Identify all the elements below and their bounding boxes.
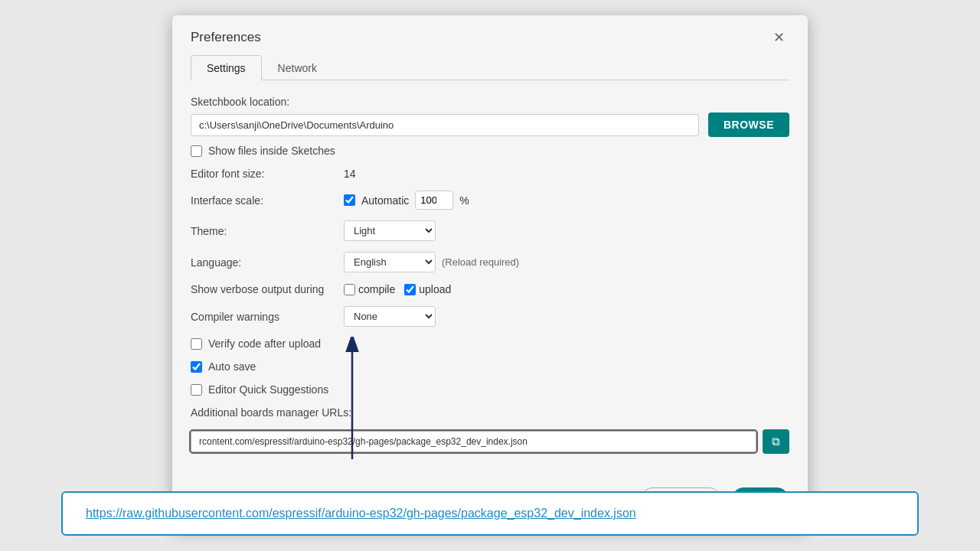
reload-note: (Reload required) xyxy=(442,256,519,268)
verbose-compile-label: compile xyxy=(358,283,395,295)
language-row: Language: English Deutsch Français (Relo… xyxy=(191,252,789,272)
show-files-row: Show files inside Sketches xyxy=(191,145,789,157)
editor-font-label: Editor font size: xyxy=(191,168,344,180)
theme-label: Theme: xyxy=(191,225,344,237)
dialog-header: Preferences ✕ xyxy=(172,15,808,46)
scale-value-input[interactable] xyxy=(415,191,453,210)
verbose-upload-item: upload xyxy=(404,283,451,295)
editor-font-value: 14 xyxy=(344,168,356,180)
verify-checkbox[interactable] xyxy=(191,338,202,350)
theme-select[interactable]: Light Dark xyxy=(344,220,436,241)
dialog-content: Sketchbook location: BROWSE Show files i… xyxy=(172,80,808,480)
show-files-label: Show files inside Sketches xyxy=(208,145,335,157)
compiler-warnings-select[interactable]: None Default More All xyxy=(344,306,436,327)
verbose-label: Show verbose output during xyxy=(191,283,344,295)
dialog-title: Preferences xyxy=(191,30,261,45)
compiler-warnings-row: Compiler warnings None Default More All xyxy=(191,306,789,327)
editor-quick-label: Editor Quick Suggestions xyxy=(208,383,328,396)
editor-quick-checkbox[interactable] xyxy=(191,384,202,396)
editor-quick-row: Editor Quick Suggestions xyxy=(191,383,789,396)
copy-icon: ⧉ xyxy=(772,435,780,448)
preferences-dialog: Preferences ✕ Settings Network Sketchboo… xyxy=(172,15,808,529)
urls-label: Additional boards manager URLs: xyxy=(191,406,351,419)
verbose-compile-item: compile xyxy=(344,283,395,295)
urls-input-row: ⧉ xyxy=(191,429,789,454)
language-label: Language: xyxy=(191,256,344,269)
scale-unit: % xyxy=(459,194,469,207)
verbose-compile-checkbox[interactable] xyxy=(344,284,355,295)
show-files-checkbox[interactable] xyxy=(191,145,202,157)
automatic-checkbox[interactable] xyxy=(344,194,355,206)
verify-label: Verify code after upload xyxy=(208,337,321,350)
sketchbook-path-row: BROWSE xyxy=(191,112,789,137)
browse-button[interactable]: BROWSE xyxy=(708,112,789,137)
language-select[interactable]: English Deutsch Français xyxy=(344,252,436,272)
interface-scale-row: Interface scale: Automatic % xyxy=(191,191,789,210)
sketchbook-label: Sketchbook location: xyxy=(191,96,789,108)
theme-row: Theme: Light Dark xyxy=(191,220,789,241)
auto-save-row: Auto save xyxy=(191,360,789,373)
verbose-upload-checkbox[interactable] xyxy=(404,284,416,295)
auto-save-label: Auto save xyxy=(208,360,256,373)
verify-row: Verify code after upload xyxy=(191,337,789,350)
urls-label-row: Additional boards manager URLs: xyxy=(191,406,789,419)
verbose-upload-label: upload xyxy=(419,283,451,295)
automatic-label: Automatic xyxy=(361,194,409,207)
editor-font-row: Editor font size: 14 xyxy=(191,168,789,180)
page-wrapper: Preferences ✕ Settings Network Sketchboo… xyxy=(0,8,980,551)
scale-controls: Automatic % xyxy=(344,191,469,210)
sketchbook-path-input[interactable] xyxy=(191,114,699,136)
close-button[interactable]: ✕ xyxy=(769,29,789,46)
bottom-url-box: https://raw.githubusercontent.com/espres… xyxy=(61,491,919,536)
copy-url-button[interactable]: ⧉ xyxy=(763,429,789,454)
verbose-row: Show verbose output during compile uploa… xyxy=(191,283,789,295)
urls-input[interactable] xyxy=(191,431,756,452)
verbose-checkboxes: compile upload xyxy=(344,283,451,295)
auto-save-checkbox[interactable] xyxy=(191,361,202,373)
interface-scale-label: Interface scale: xyxy=(191,194,344,207)
tabs-bar: Settings Network xyxy=(191,55,789,80)
compiler-warnings-label: Compiler warnings xyxy=(191,311,344,323)
bottom-url-link[interactable]: https://raw.githubusercontent.com/espres… xyxy=(86,507,636,520)
tab-settings[interactable]: Settings xyxy=(191,55,262,80)
tab-network[interactable]: Network xyxy=(262,55,333,80)
